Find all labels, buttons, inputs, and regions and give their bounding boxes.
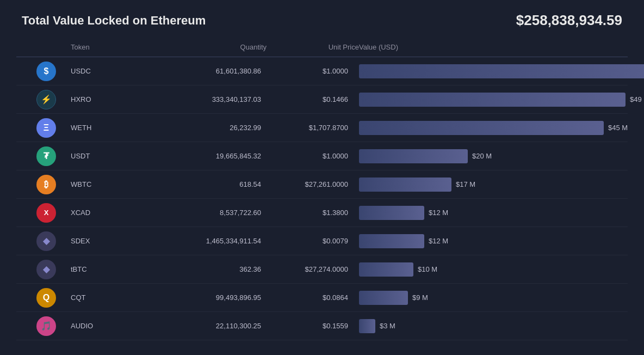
value-label: $3 M xyxy=(380,322,395,330)
value-bar xyxy=(359,121,604,135)
weth-icon: Ξ xyxy=(36,118,56,138)
total-value: $258,838,934.59 xyxy=(516,12,622,29)
value-bar-cell: $10 M xyxy=(359,262,622,277)
token-icon-cell: $ xyxy=(22,62,71,81)
token-quantity: 362.36 xyxy=(158,265,267,273)
value-bar xyxy=(359,64,644,78)
value-bar-cell: $17 M xyxy=(359,178,622,192)
token-price: $0.0079 xyxy=(267,237,359,245)
token-icon-cell: Q xyxy=(22,288,71,308)
token-price: $27,261.0000 xyxy=(267,180,359,188)
value-bar-cell: $3 M xyxy=(359,319,622,333)
value-bar xyxy=(359,178,451,192)
sdex-icon: ◆ xyxy=(36,231,56,251)
value-bar xyxy=(359,93,626,107)
token-quantity: 61,601,380.86 xyxy=(158,67,267,75)
token-price: $1.0000 xyxy=(267,67,359,75)
table-row: ₿WBTC618.54$27,261.0000$17 M xyxy=(16,170,628,199)
value-bar xyxy=(359,149,468,163)
table-row: XXCAD8,537,722.60$1.3800$12 M xyxy=(16,199,628,227)
value-bar-cell: $9 M xyxy=(359,291,622,305)
token-icon-cell: ₿ xyxy=(22,175,71,194)
value-label: $20 M xyxy=(472,152,492,160)
wbtc-icon: ₿ xyxy=(36,175,56,194)
table-body: $USDC61,601,380.86$1.0000$62 M⚡HXRO333,3… xyxy=(16,57,628,340)
token-quantity: 8,537,722.60 xyxy=(158,209,267,217)
token-name: USDC xyxy=(71,67,158,75)
table-row: ₮USDT19,665,845.32$1.0000$20 M xyxy=(16,142,628,170)
value-bar xyxy=(359,206,424,220)
token-icon-cell: ◆ xyxy=(22,231,71,251)
value-label: $17 M xyxy=(456,180,475,188)
usdc-icon: $ xyxy=(36,62,56,81)
value-bar xyxy=(359,234,424,248)
page-title: Total Value Locked on Ethereum xyxy=(22,14,206,28)
token-icon-cell: X xyxy=(22,203,71,223)
audio-icon: 🎵 xyxy=(36,316,56,336)
table-row: QCQT99,493,896.95$0.0864$9 M xyxy=(16,284,628,312)
table-row: ◆tBTC362.36$27,274.0000$10 M xyxy=(16,255,628,284)
value-bar-cell: $62 M xyxy=(359,64,644,78)
token-name: WETH xyxy=(71,124,158,132)
col-quantity: Quantity xyxy=(158,43,267,51)
hxro-icon: ⚡ xyxy=(36,90,56,109)
value-bar-cell: $20 M xyxy=(359,149,622,163)
table-row: ⚡HXRO333,340,137.03$0.1466$49 M xyxy=(16,85,628,114)
header: Total Value Locked on Ethereum $258,838,… xyxy=(0,0,644,39)
token-price: $1.3800 xyxy=(267,209,359,217)
token-icon-cell: ₮ xyxy=(22,146,71,166)
value-bar-cell: $49 M xyxy=(359,93,644,107)
token-quantity: 618.54 xyxy=(158,180,267,188)
token-icon-cell: Ξ xyxy=(22,118,71,138)
token-price: $1,707.8700 xyxy=(267,124,359,132)
token-name: SDEX xyxy=(71,237,158,245)
token-icon-cell: ◆ xyxy=(22,260,71,279)
token-price: $0.1466 xyxy=(267,95,359,103)
value-label: $9 M xyxy=(412,293,428,302)
token-name: AUDIO xyxy=(71,322,158,330)
col-token: Token xyxy=(71,43,158,51)
page-container: Total Value Locked on Ethereum $258,838,… xyxy=(0,0,644,355)
value-bar-cell: $45 M xyxy=(359,121,628,135)
value-label: $10 M xyxy=(418,265,437,273)
token-name: CQT xyxy=(71,293,158,302)
token-price: $0.1559 xyxy=(267,322,359,330)
token-name: XCAD xyxy=(71,209,158,217)
value-label: $45 M xyxy=(608,124,628,132)
token-icon-cell: ⚡ xyxy=(22,90,71,109)
tbtc-icon: ◆ xyxy=(36,260,56,279)
token-price: $0.0864 xyxy=(267,293,359,302)
token-icon-cell: 🎵 xyxy=(22,316,71,336)
col-value: Value (USD) xyxy=(359,43,622,51)
value-bar xyxy=(359,262,413,277)
token-name: HXRO xyxy=(71,95,158,103)
token-quantity: 1,465,334,911.54 xyxy=(158,237,267,245)
table-header: Token Quantity Unit Price Value (USD) xyxy=(16,39,628,57)
table-row: ◆SDEX1,465,334,911.54$0.0079$12 M xyxy=(16,227,628,255)
table-row: 🎵AUDIO22,110,300.25$0.1559$3 M xyxy=(16,312,628,340)
table-container: Token Quantity Unit Price Value (USD) $U… xyxy=(0,39,644,355)
value-bar-cell: $12 M xyxy=(359,234,622,248)
value-bar-cell: $12 M xyxy=(359,206,622,220)
token-quantity: 333,340,137.03 xyxy=(158,95,267,103)
col-icon xyxy=(22,43,71,51)
value-label: $49 M xyxy=(630,95,644,103)
cqt-icon: Q xyxy=(36,288,56,308)
col-price: Unit Price xyxy=(267,43,359,51)
value-label: $12 M xyxy=(429,237,448,245)
usdt-icon: ₮ xyxy=(36,146,56,166)
token-quantity: 19,665,845.32 xyxy=(158,152,267,160)
token-name: USDT xyxy=(71,152,158,160)
value-bar xyxy=(359,319,375,333)
token-price: $1.0000 xyxy=(267,152,359,160)
xcad-icon: X xyxy=(36,203,56,223)
token-quantity: 26,232.99 xyxy=(158,124,267,132)
value-label: $12 M xyxy=(429,209,448,217)
token-quantity: 22,110,300.25 xyxy=(158,322,267,330)
table-row: ΞWETH26,232.99$1,707.8700$45 M xyxy=(16,114,628,142)
token-price: $27,274.0000 xyxy=(267,265,359,273)
value-bar xyxy=(359,291,408,305)
token-quantity: 99,493,896.95 xyxy=(158,293,267,302)
token-name: tBTC xyxy=(71,265,158,273)
table-row: $USDC61,601,380.86$1.0000$62 M xyxy=(16,57,628,85)
